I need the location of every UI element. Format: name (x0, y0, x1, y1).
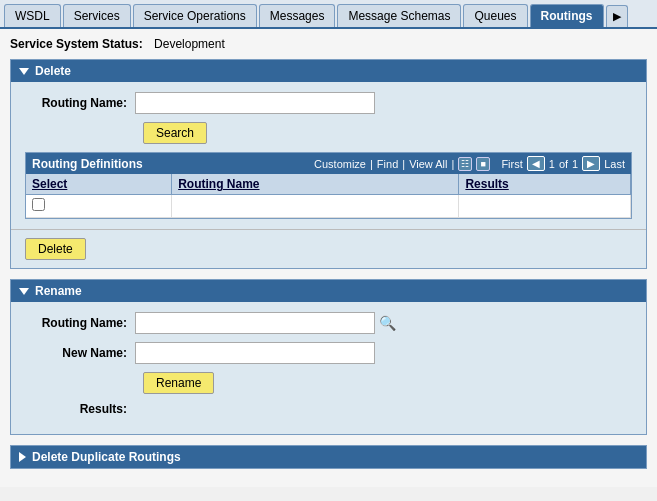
rename-new-name-row: New Name: (25, 342, 632, 364)
tab-services[interactable]: Services (63, 4, 131, 27)
prev-page-button[interactable]: ◀ (527, 156, 545, 171)
delete-section: Delete Routing Name: Search Routing Defi… (10, 59, 647, 269)
search-button[interactable]: Search (143, 122, 207, 144)
sep2: | (402, 158, 405, 170)
grid-header-bar: Routing Definitions Customize | Find | V… (26, 153, 631, 174)
col-results-link[interactable]: Results (465, 177, 508, 191)
search-button-row: Search (143, 122, 632, 144)
rename-results-label: Results: (25, 402, 135, 416)
rename-routing-name-label: Routing Name: (25, 316, 135, 330)
duplicate-section-header[interactable]: Delete Duplicate Routings (11, 446, 646, 468)
delete-section-body: Routing Name: Search Routing Definitions… (11, 82, 646, 229)
cell-results (459, 195, 631, 218)
rename-section-body: Routing Name: 🔍 New Name: Rename Results… (11, 302, 646, 434)
row-checkbox[interactable] (32, 198, 45, 211)
grid-icon-table[interactable]: ☷ (458, 157, 472, 171)
col-select-link[interactable]: Select (32, 177, 67, 191)
service-status-label: Service System Status: (10, 37, 143, 51)
rename-section-header[interactable]: Rename (11, 280, 646, 302)
duplicate-collapse-icon (19, 452, 26, 462)
rename-routing-name-input[interactable] (135, 312, 375, 334)
tab-bar: WSDL Services Service Operations Message… (0, 0, 657, 29)
delete-btn-area: Delete (11, 229, 646, 268)
delete-routing-name-input[interactable] (135, 92, 375, 114)
rename-button-row: Rename (143, 372, 632, 394)
grid-icon-grid[interactable]: ■ (476, 157, 490, 171)
table-header-row: Select Routing Name Results (26, 174, 631, 195)
rename-routing-name-row: Routing Name: 🔍 (25, 312, 632, 334)
page-total: 1 (572, 158, 578, 170)
table-row (26, 195, 631, 218)
lookup-icon[interactable]: 🔍 (379, 315, 396, 331)
rename-results-row: Results: (25, 402, 632, 416)
rename-collapse-icon (19, 288, 29, 295)
routing-definitions-grid: Routing Definitions Customize | Find | V… (25, 152, 632, 219)
grid-controls: Customize | Find | View All | ☷ ■ First … (314, 156, 625, 171)
rename-section-title: Rename (35, 284, 82, 298)
delete-section-title: Delete (35, 64, 71, 78)
rename-new-name-label: New Name: (25, 346, 135, 360)
last-label: Last (604, 158, 625, 170)
delete-section-header[interactable]: Delete (11, 60, 646, 82)
sep1: | (370, 158, 373, 170)
rename-section: Rename Routing Name: 🔍 New Name: Rename … (10, 279, 647, 435)
tab-routings[interactable]: Routings (530, 4, 604, 27)
delete-button[interactable]: Delete (25, 238, 86, 260)
cell-routing-name (172, 195, 459, 218)
tab-wsdl[interactable]: WSDL (4, 4, 61, 27)
cell-select (26, 195, 172, 218)
page-of: of (559, 158, 568, 170)
view-all-link[interactable]: View All (409, 158, 447, 170)
duplicate-section-title: Delete Duplicate Routings (32, 450, 181, 464)
delete-collapse-icon (19, 68, 29, 75)
delete-routing-name-label: Routing Name: (25, 96, 135, 110)
col-select: Select (26, 174, 172, 195)
grid-nav: First ◀ 1 of 1 ▶ Last (501, 156, 625, 171)
rename-button[interactable]: Rename (143, 372, 214, 394)
duplicate-section: Delete Duplicate Routings (10, 445, 647, 469)
sep3: | (451, 158, 454, 170)
customize-link[interactable]: Customize (314, 158, 366, 170)
next-page-button[interactable]: ▶ (582, 156, 600, 171)
routing-definitions-table: Select Routing Name Results (26, 174, 631, 218)
page-content: Service System Status: Development Delet… (0, 29, 657, 487)
tab-messages[interactable]: Messages (259, 4, 336, 27)
delete-routing-name-row: Routing Name: (25, 92, 632, 114)
page-current: 1 (549, 158, 555, 170)
tab-more-button[interactable]: ▶ (606, 5, 628, 27)
tab-queues[interactable]: Queues (463, 4, 527, 27)
tab-service-operations[interactable]: Service Operations (133, 4, 257, 27)
find-link[interactable]: Find (377, 158, 398, 170)
tab-message-schemas[interactable]: Message Schemas (337, 4, 461, 27)
col-routing-name-link[interactable]: Routing Name (178, 177, 259, 191)
rename-new-name-input[interactable] (135, 342, 375, 364)
col-results: Results (459, 174, 631, 195)
grid-title: Routing Definitions (32, 157, 143, 171)
col-routing-name: Routing Name (172, 174, 459, 195)
service-status-value: Development (154, 37, 225, 51)
first-label: First (501, 158, 522, 170)
service-status-row: Service System Status: Development (10, 37, 647, 51)
